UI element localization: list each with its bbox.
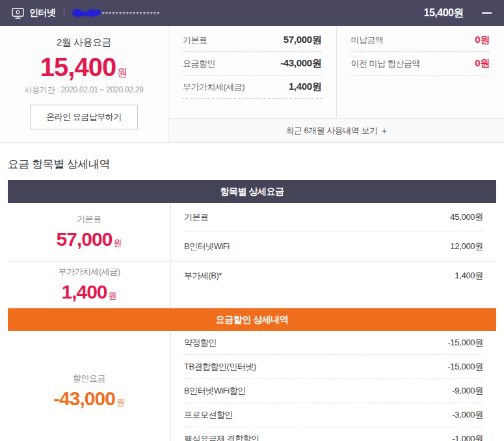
table-row: 약정할인 -15,000원: [184, 331, 483, 355]
item-label: 프로모션할인: [184, 409, 233, 421]
group-amount-number: 57,000: [57, 228, 113, 250]
discount-items: 약정할인 -15,000원 TB결합할인(인터넷) -15,000원 B인터넷W…: [170, 331, 496, 441]
table-row: 프로모션할인 -3,000원: [184, 403, 483, 427]
usage-period: 사용기간 : 2020.02.01 ~ 2020.02.29: [25, 85, 144, 96]
item-label: B인터넷WiFi할인: [184, 385, 246, 397]
group-amount-number: 1,400: [61, 281, 107, 302]
item-value: 45,000원: [450, 211, 483, 223]
discount-detail-header: 요금할인 상세내역: [8, 308, 496, 331]
item-value: -15,000원: [447, 337, 483, 349]
table-row: TB결합할인(인터넷) -15,000원: [184, 355, 483, 379]
item-label: 부가세(B)*: [184, 270, 222, 282]
fee-detail-section: 요금 항목별 상세내역 항목별 상세요금 기본료 57,000원 기본료 45,…: [0, 157, 504, 441]
masked-account-asterisks: *****************: [102, 10, 161, 18]
row-value: 57,000원: [284, 34, 322, 46]
summary-row-basic: 기본료 57,000원: [183, 29, 322, 52]
group-amount-unit: 원: [113, 238, 122, 248]
row-label: 이전 미납 합산금액: [351, 58, 420, 70]
topbar-divider: [64, 8, 64, 18]
basic-charge-items: 기본료 45,000원 B인터넷WiFi 12,000원: [170, 203, 496, 261]
online-pay-button[interactable]: 온라인 요금납부하기: [30, 105, 138, 129]
item-label: 기본료: [184, 211, 209, 223]
row-label: 기본료: [183, 34, 207, 46]
group-label: 할인요금: [73, 373, 105, 384]
row-label: 부가가치세(세금): [183, 81, 245, 93]
monthly-amount: 15,400원: [40, 53, 127, 82]
monitor-icon: [12, 8, 24, 19]
row-value: 0원: [475, 57, 490, 70]
row-value: -43,000원: [280, 57, 321, 70]
group-amount: 57,000원: [57, 228, 122, 250]
monthly-title: 2월 사용요금: [57, 36, 111, 49]
fee-detail-table: 항목별 상세요금 기본료 57,000원 기본료 45,000원 B인터넷WiF…: [8, 180, 496, 441]
item-value: 1,400원: [455, 270, 483, 282]
recent-usage-link[interactable]: 최근 6개월 사용내역 보기 +: [168, 118, 504, 142]
charge-summary-panel: 기본료 57,000원 요금할인 -43,000원 부가가치세(세금) 1,40…: [168, 26, 336, 118]
table-row: 부가세(B)* 1,400원: [184, 261, 483, 290]
item-value: -9,000원: [452, 385, 483, 397]
vat-group: 부가가치세(세금) 1,400원 부가세(B)* 1,400원: [8, 261, 496, 308]
topbar: 인터넷 ***************** 15,400원: [0, 0, 504, 26]
plus-icon: +: [381, 125, 386, 136]
table-row: 핵심요금제 결합할인 -1,000원: [184, 427, 483, 441]
monthly-amount-unit: 원: [117, 67, 127, 78]
group-amount-unit: 원: [116, 397, 125, 407]
collapse-icon[interactable]: [481, 7, 492, 19]
item-value: -15,000원: [447, 361, 483, 373]
summary-row-prev-unpaid: 이전 미납 합산금액 0원: [351, 52, 490, 75]
item-value: 12,000원: [450, 241, 483, 252]
table-row: B인터넷WiFi할인 -9,000원: [184, 379, 483, 403]
item-label: 약정할인: [184, 337, 217, 349]
monthly-amount-number: 15,400: [40, 53, 116, 81]
group-amount: 1,400원: [61, 281, 116, 303]
item-label: TB결합할인(인터넷): [184, 361, 256, 373]
masked-account-scribble: [72, 8, 101, 18]
monthly-total-panel: 2월 사용요금 15,400원 사용기간 : 2020.02.01 ~ 2020…: [0, 26, 168, 142]
table-row: 기본료 45,000원: [184, 203, 483, 232]
group-amount-unit: 원: [109, 291, 117, 301]
item-value: -3,000원: [452, 409, 483, 421]
section-title: 요금 항목별 상세내역: [8, 157, 496, 172]
item-label: 핵심요금제 결합할인: [184, 433, 259, 441]
vat-summary: 부가가치세(세금) 1,400원: [8, 261, 170, 308]
recent-usage-label: 최근 6개월 사용내역 보기: [285, 125, 377, 137]
discount-summary: 할인요금 -43,000원: [8, 331, 170, 441]
service-label: 인터넷: [29, 7, 56, 19]
row-label: 요금할인: [183, 58, 215, 70]
basic-charge-summary: 기본료 57,000원: [8, 203, 170, 261]
row-label: 미납금액: [351, 34, 384, 46]
summary-row-unpaid: 미납금액 0원: [351, 29, 490, 52]
item-label: B인터넷WiFi: [184, 241, 230, 252]
topbar-total-amount: 15,400원: [424, 7, 464, 20]
group-label: 부가가치세(세금): [58, 266, 120, 278]
basic-charge-group: 기본료 57,000원 기본료 45,000원 B인터넷WiFi 12,000원: [8, 203, 496, 261]
discount-group: 할인요금 -43,000원 약정할인 -15,000원 TB결합할인(인터넷) …: [8, 331, 496, 441]
summary-row-discount: 요금할인 -43,000원: [183, 52, 322, 75]
group-amount-number: -43,000: [53, 388, 115, 409]
topbar-right: 15,400원: [424, 7, 492, 20]
group-label: 기본료: [77, 213, 101, 225]
charge-detail-header: 항목별 상세요금: [8, 180, 496, 203]
vat-items: 부가세(B)* 1,400원: [170, 261, 496, 308]
table-row: B인터넷WiFi 12,000원: [184, 232, 483, 261]
bill-summary-card: 2월 사용요금 15,400원 사용기간 : 2020.02.01 ~ 2020…: [0, 26, 504, 142]
row-value: 1,400원: [289, 81, 322, 93]
group-amount: -43,000원: [53, 388, 125, 410]
item-value: -1,000원: [452, 433, 483, 441]
unpaid-summary-panel: 미납금액 0원 이전 미납 합산금액 0원: [336, 26, 504, 118]
summary-row-vat: 부가가치세(세금) 1,400원: [183, 75, 322, 99]
topbar-service: 인터넷 *****************: [12, 7, 160, 19]
summary-panels: 기본료 57,000원 요금할인 -43,000원 부가가치세(세금) 1,40…: [168, 26, 504, 118]
summary-breakdown: 기본료 57,000원 요금할인 -43,000원 부가가치세(세금) 1,40…: [168, 26, 504, 142]
row-value: 0원: [475, 34, 490, 46]
